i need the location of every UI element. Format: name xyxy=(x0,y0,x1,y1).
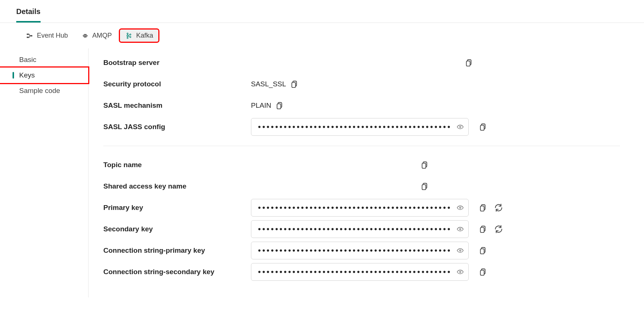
row-connection-string-secondary: Connection string-secondary key xyxy=(103,261,620,283)
tab-amqp[interactable]: AMQP xyxy=(76,30,117,42)
tab-details[interactable]: Details xyxy=(16,7,41,23)
tab-event-hub[interactable]: Event Hub xyxy=(21,30,73,42)
copy-button-sasl-jass-config[interactable] xyxy=(479,122,487,132)
sidebar-item-basic[interactable]: Basic xyxy=(0,52,88,68)
side-nav: Basic Keys Sample code xyxy=(0,48,89,297)
tab-event-hub-label: Event Hub xyxy=(37,32,68,39)
copy-button-security-protocol[interactable] xyxy=(290,79,299,89)
secret-box-secondary-key xyxy=(251,220,469,238)
copy-button-sasl-mechanism[interactable] xyxy=(276,100,284,111)
copy-button-secondary-key[interactable] xyxy=(479,224,487,234)
page-header: Details xyxy=(0,0,644,23)
label-primary-key: Primary key xyxy=(103,204,251,212)
row-connection-string-primary: Connection string-primary key xyxy=(103,240,620,261)
label-sasl-mechanism: SASL mechanism xyxy=(103,101,251,110)
reveal-button-connection-string-secondary[interactable] xyxy=(456,267,465,276)
reveal-button-sasl-jass-config[interactable] xyxy=(456,122,465,131)
row-shared-access-key-name: Shared access key name xyxy=(103,176,620,197)
copy-button-connection-string-primary[interactable] xyxy=(479,245,487,256)
label-bootstrap-server: Bootstrap server xyxy=(103,59,251,67)
secret-input-connection-string-primary[interactable] xyxy=(257,245,452,256)
secret-box-primary-key xyxy=(251,199,469,217)
event-hub-icon xyxy=(26,32,33,39)
protocol-tabs: Event Hub AMQP Kafka xyxy=(0,23,644,48)
secret-box-connection-string-secondary xyxy=(251,263,469,281)
label-connection-string-primary: Connection string-primary key xyxy=(103,246,251,255)
secret-input-sasl-jass-config[interactable] xyxy=(257,122,452,132)
copy-button-primary-key[interactable] xyxy=(479,203,487,213)
tab-kafka-label: Kafka xyxy=(136,32,153,39)
row-security-protocol: Security protocol SASL_SSL xyxy=(103,73,620,95)
keys-panel: Bootstrap server Security protocol SASL_… xyxy=(89,48,642,297)
content-body: Basic Keys Sample code Bootstrap server … xyxy=(0,48,644,297)
row-sasl-jass-config: SASL JASS config xyxy=(103,116,620,138)
row-topic-name: Topic name xyxy=(103,154,620,176)
reveal-button-secondary-key[interactable] xyxy=(456,225,465,234)
regenerate-button-primary-key[interactable] xyxy=(494,203,503,213)
sidebar-item-keys[interactable]: Keys xyxy=(0,68,88,83)
secret-input-connection-string-secondary[interactable] xyxy=(257,267,452,277)
label-secondary-key: Secondary key xyxy=(103,225,251,233)
value-security-protocol: SASL_SSL xyxy=(251,80,286,88)
copy-button-bootstrap-server[interactable] xyxy=(465,58,473,68)
row-primary-key: Primary key xyxy=(103,197,620,218)
row-sasl-mechanism: SASL mechanism PLAIN xyxy=(103,95,620,116)
reveal-button-connection-string-primary[interactable] xyxy=(456,246,465,255)
copy-button-connection-string-secondary[interactable] xyxy=(479,267,487,277)
row-bootstrap-server: Bootstrap server xyxy=(103,52,620,73)
tab-kafka[interactable]: Kafka xyxy=(120,30,158,42)
copy-button-topic-name[interactable] xyxy=(421,160,429,170)
copy-button-shared-access-key-name[interactable] xyxy=(421,181,429,191)
secret-box-connection-string-primary xyxy=(251,242,469,259)
kafka-icon xyxy=(125,32,132,39)
secret-box-sasl-jass-config xyxy=(251,118,469,136)
section-divider xyxy=(103,146,620,146)
value-sasl-mechanism: PLAIN xyxy=(251,101,271,110)
label-sasl-jass-config: SASL JASS config xyxy=(103,123,251,131)
regenerate-button-secondary-key[interactable] xyxy=(494,224,503,234)
secret-input-secondary-key[interactable] xyxy=(257,224,452,234)
reveal-button-primary-key[interactable] xyxy=(456,203,465,212)
sidebar-item-sample-code[interactable]: Sample code xyxy=(0,83,88,99)
amqp-icon xyxy=(81,32,89,39)
value-bootstrap-server xyxy=(251,63,472,63)
label-security-protocol: Security protocol xyxy=(103,80,251,88)
label-topic-name: Topic name xyxy=(103,161,251,169)
tab-amqp-label: AMQP xyxy=(92,32,112,39)
secret-input-primary-key[interactable] xyxy=(257,203,452,213)
label-shared-access-key-name: Shared access key name xyxy=(103,182,251,190)
label-connection-string-secondary: Connection string-secondary key xyxy=(103,268,251,276)
row-secondary-key: Secondary key xyxy=(103,218,620,240)
